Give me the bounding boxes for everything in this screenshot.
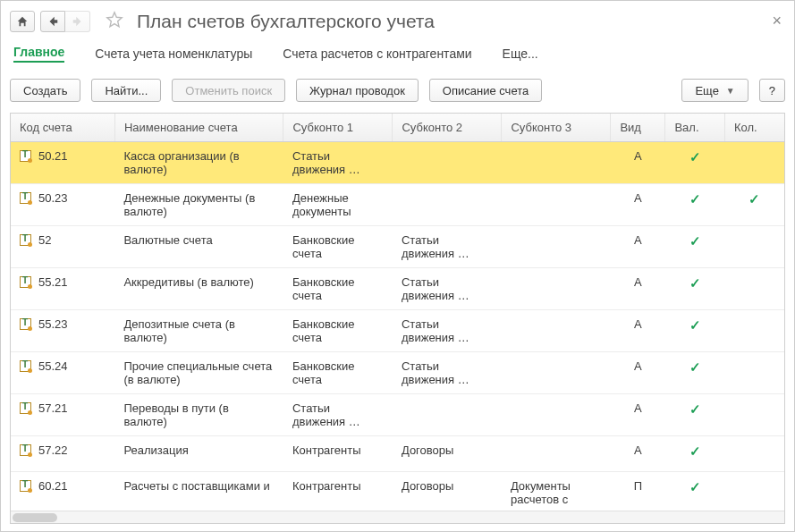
- col-kol[interactable]: Кол.: [724, 114, 784, 142]
- cell-kol: [724, 394, 784, 436]
- help-button-label: ?: [769, 84, 775, 97]
- create-button-label: Создать: [23, 84, 67, 97]
- cell-name: Расчеты с поставщиками и: [114, 472, 283, 511]
- cell-val: ✓: [665, 184, 725, 226]
- tab-main[interactable]: Главное: [13, 45, 64, 63]
- forward-button[interactable]: [65, 11, 90, 32]
- table-body[interactable]: 50.21Касса организации (в валюте)Статьи …: [11, 142, 784, 511]
- account-code: 55.21: [38, 275, 68, 289]
- cell-sub3: [502, 268, 611, 310]
- create-button[interactable]: Создать: [10, 79, 80, 102]
- cell-vid: А: [611, 310, 665, 352]
- check-icon: ✓: [689, 275, 701, 291]
- cell-sub1: Банковские счета: [283, 352, 393, 394]
- table-row[interactable]: 52Валютные счетаБанковские счетаСтатьи д…: [11, 226, 784, 268]
- col-name[interactable]: Наименование счета: [114, 114, 283, 142]
- back-button[interactable]: [40, 11, 65, 32]
- account-icon: [20, 276, 31, 288]
- find-button[interactable]: Найти...: [91, 79, 161, 102]
- description-button-label: Описание счета: [443, 84, 529, 97]
- arrow-right-icon: [72, 15, 84, 28]
- cell-kol: [724, 436, 784, 472]
- title-bar: План счетов бухгалтерского учета ×: [10, 8, 785, 43]
- col-code[interactable]: Код счета: [11, 114, 114, 142]
- cell-sub3: [502, 394, 611, 436]
- cell-sub3: [502, 352, 611, 394]
- table-row[interactable]: 50.21Касса организации (в валюте)Статьи …: [11, 142, 784, 184]
- cell-sub3: [502, 310, 611, 352]
- cell-val: ✓: [665, 268, 725, 310]
- cell-sub1: Банковские счета: [283, 310, 393, 352]
- page-title: План счетов бухгалтерского учета: [137, 11, 435, 32]
- cell-val: ✓: [665, 142, 725, 184]
- cell-kol: [724, 310, 784, 352]
- cell-vid: А: [611, 184, 665, 226]
- table-row[interactable]: 55.23Депозитные счета (в валюте)Банковск…: [11, 310, 784, 352]
- col-sub1[interactable]: Субконто 1: [283, 114, 393, 142]
- cell-name: Реализация: [114, 436, 283, 472]
- cell-vid: А: [611, 394, 665, 436]
- cell-sub1: Банковские счета: [283, 268, 393, 310]
- cell-sub1: Контрагенты: [283, 436, 393, 472]
- cell-val: ✓: [665, 310, 725, 352]
- cell-vid: А: [611, 268, 665, 310]
- check-icon: ✓: [689, 401, 701, 417]
- cell-kol: [724, 268, 784, 310]
- account-code: 57.21: [38, 401, 68, 415]
- cell-vid: А: [611, 436, 665, 472]
- table-row[interactable]: 57.21Переводы в пути (в валюте)Статьи дв…: [11, 394, 784, 436]
- col-vid[interactable]: Вид: [611, 114, 665, 142]
- cell-kol: ✓: [724, 184, 784, 226]
- col-val[interactable]: Вал.: [665, 114, 725, 142]
- more-button[interactable]: Еще ▼: [681, 79, 748, 102]
- cancel-find-button-label: Отменить поиск: [185, 84, 272, 97]
- cell-sub3: [502, 142, 611, 184]
- cell-sub1: Банковские счета: [283, 226, 393, 268]
- check-icon: ✓: [689, 233, 701, 249]
- cell-sub1: Контрагенты: [283, 472, 393, 511]
- close-button[interactable]: ×: [768, 12, 785, 30]
- account-icon: [20, 318, 31, 330]
- help-button[interactable]: ?: [759, 79, 785, 102]
- cell-sub3: [502, 184, 611, 226]
- cell-name: Депозитные счета (в валюте): [114, 310, 283, 352]
- col-sub2[interactable]: Субконто 2: [393, 114, 502, 142]
- cell-name: Аккредитивы (в валюте): [114, 268, 283, 310]
- cell-val: ✓: [665, 394, 725, 436]
- tab-more[interactable]: Еще...: [503, 46, 538, 61]
- check-icon: ✓: [748, 191, 760, 207]
- horizontal-scrollbar-thumb[interactable]: [13, 513, 57, 522]
- more-button-label: Еще: [695, 84, 718, 97]
- cell-sub3: [502, 436, 611, 472]
- cell-sub2: Договоры: [393, 436, 502, 472]
- cell-val: ✓: [665, 226, 725, 268]
- table-row[interactable]: 60.21Расчеты с поставщиками иКонтрагенты…: [11, 472, 784, 511]
- home-button[interactable]: [10, 11, 35, 32]
- nav-pair: [40, 11, 90, 32]
- cell-kol: [724, 472, 784, 511]
- tab-nomenclature[interactable]: Счета учета номенклатуры: [95, 46, 252, 61]
- arrow-left-icon: [47, 15, 59, 28]
- cell-name: Прочие специальные счета (в валюте): [114, 352, 283, 394]
- check-icon: ✓: [689, 443, 701, 459]
- account-code: 50.21: [38, 149, 68, 163]
- table-header: Код счета Наименование счета Субконто 1 …: [11, 114, 784, 142]
- journal-button[interactable]: Журнал проводок: [296, 79, 419, 102]
- table-row[interactable]: 50.23Денежные документы (в валюте)Денежн…: [11, 184, 784, 226]
- cell-kol: [724, 226, 784, 268]
- cell-sub2: Статьи движения …: [393, 310, 502, 352]
- account-icon: [20, 402, 31, 414]
- cell-sub2: [393, 184, 502, 226]
- table-row[interactable]: 57.22РеализацияКонтрагентыДоговорыА✓: [11, 436, 784, 472]
- cell-sub1: Статьи движения …: [283, 394, 393, 436]
- check-icon: ✓: [689, 317, 701, 333]
- description-button[interactable]: Описание счета: [429, 79, 542, 102]
- table-row[interactable]: 55.21Аккредитивы (в валюте)Банковские сч…: [11, 268, 784, 310]
- cell-sub3: Документы расчетов с: [502, 472, 611, 511]
- horizontal-scrollbar[interactable]: [11, 511, 784, 523]
- col-sub3[interactable]: Субконто 3: [502, 114, 611, 142]
- tab-contractors[interactable]: Счета расчетов с контрагентами: [283, 46, 471, 61]
- cell-sub2: [393, 394, 502, 436]
- table-row[interactable]: 55.24Прочие специальные счета (в валюте)…: [11, 352, 784, 394]
- favorite-star-icon[interactable]: [105, 10, 124, 32]
